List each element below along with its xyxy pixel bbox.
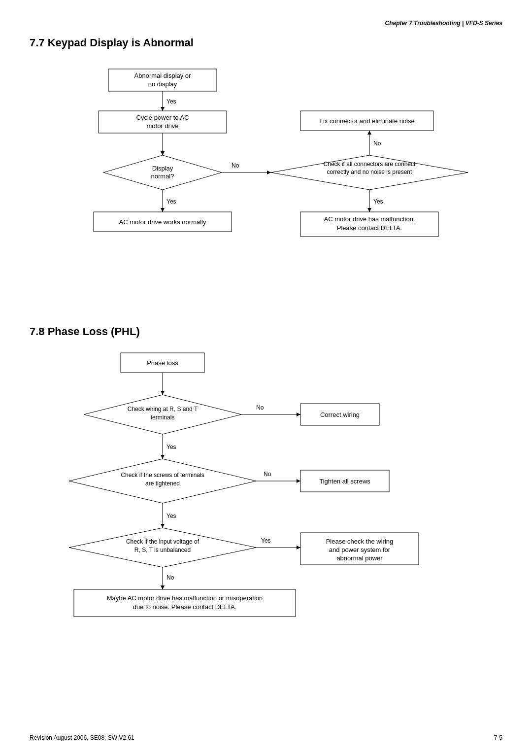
svg-text:Check if the screws of termina: Check if the screws of terminals <box>121 472 204 479</box>
svg-marker-15 <box>267 171 271 174</box>
svg-text:Cycle power to AC: Cycle power to AC <box>136 114 189 121</box>
chapter-header: Chapter 7 Troubleshooting | VFD-S Series <box>385 20 502 27</box>
svg-text:No: No <box>256 404 264 411</box>
svg-text:Phase loss: Phase loss <box>147 359 178 367</box>
page-footer: Revision August 2006, SE08, SW V2.61 7-5 <box>30 734 502 741</box>
svg-text:Yes: Yes <box>373 198 383 205</box>
svg-marker-28 <box>367 131 371 135</box>
svg-text:No: No <box>232 162 239 169</box>
svg-text:Display: Display <box>152 165 173 172</box>
flowchart-7-8: Phase loss Check wiring at R, S and T te… <box>44 348 488 668</box>
svg-text:Correct wiring: Correct wiring <box>320 411 360 418</box>
svg-text:abnormal power: abnormal power <box>336 554 383 562</box>
svg-marker-49 <box>161 455 165 459</box>
svg-text:motor drive: motor drive <box>146 122 178 130</box>
page-header: Chapter 7 Troubleshooting | VFD-S Series <box>30 20 502 27</box>
svg-marker-66 <box>297 546 300 550</box>
svg-text:correctly and no noise is pres: correctly and no noise is present <box>327 169 412 175</box>
svg-text:AC motor drive works normally: AC motor drive works normally <box>119 218 206 226</box>
svg-marker-18 <box>161 208 165 212</box>
svg-text:AC motor drive has malfunction: AC motor drive has malfunction. <box>324 215 415 223</box>
section-7-7: 7.7 Keypad Display is Abnormal Abnormal … <box>30 36 502 306</box>
svg-text:normal?: normal? <box>151 172 174 180</box>
flowchart-7-7: Abnormal display or no display Yes Cycle… <box>44 59 488 306</box>
footer-left: Revision August 2006, SE08, SW V2.61 <box>30 734 134 741</box>
footer-right: 7-5 <box>494 734 502 741</box>
svg-text:No: No <box>264 471 271 478</box>
svg-text:Yes: Yes <box>166 98 176 105</box>
svg-marker-55 <box>297 479 300 483</box>
svg-text:Tighten all screws: Tighten all screws <box>319 478 370 485</box>
svg-text:Check if the input voltage of: Check if the input voltage of <box>126 538 200 545</box>
svg-text:are tightened: are tightened <box>145 480 180 487</box>
svg-text:terminals: terminals <box>151 414 175 421</box>
svg-text:Please check the wiring: Please check the wiring <box>326 538 394 545</box>
svg-text:Yes: Yes <box>261 537 271 544</box>
svg-marker-31 <box>367 208 371 212</box>
svg-marker-4 <box>161 107 165 111</box>
svg-text:Yes: Yes <box>166 198 176 205</box>
svg-text:no display: no display <box>148 80 177 88</box>
svg-text:Yes: Yes <box>166 513 176 519</box>
svg-text:Please contact DELTA.: Please contact DELTA. <box>337 224 402 232</box>
svg-marker-60 <box>161 524 165 528</box>
svg-text:Yes: Yes <box>166 444 176 450</box>
svg-marker-44 <box>297 412 300 416</box>
section-7-7-title: 7.7 Keypad Display is Abnormal <box>30 36 502 49</box>
svg-marker-39 <box>161 391 165 395</box>
svg-text:Check wiring at R, S and T: Check wiring at R, S and T <box>128 406 198 412</box>
svg-text:Maybe AC motor drive has malfu: Maybe AC motor drive has malfunction or … <box>107 594 263 602</box>
svg-text:No: No <box>166 574 174 581</box>
svg-text:Fix connector and eliminate no: Fix connector and eliminate noise <box>319 117 415 125</box>
svg-marker-10 <box>161 151 165 155</box>
svg-text:R, S, T is unbalanced: R, S, T is unbalanced <box>134 547 191 553</box>
svg-text:No: No <box>373 140 381 147</box>
svg-text:Check if all connectors are co: Check if all connectors are connect <box>324 161 416 168</box>
section-7-8: 7.8 Phase Loss (PHL) Phase loss Check wi… <box>30 325 502 668</box>
svg-text:Abnormal display or: Abnormal display or <box>134 72 192 79</box>
svg-text:and power system for: and power system for <box>329 546 391 553</box>
svg-marker-73 <box>161 585 165 589</box>
svg-text:due to noise. Please contact D: due to noise. Please contact DELTA. <box>133 603 237 611</box>
section-7-8-title: 7.8 Phase Loss (PHL) <box>30 325 502 338</box>
